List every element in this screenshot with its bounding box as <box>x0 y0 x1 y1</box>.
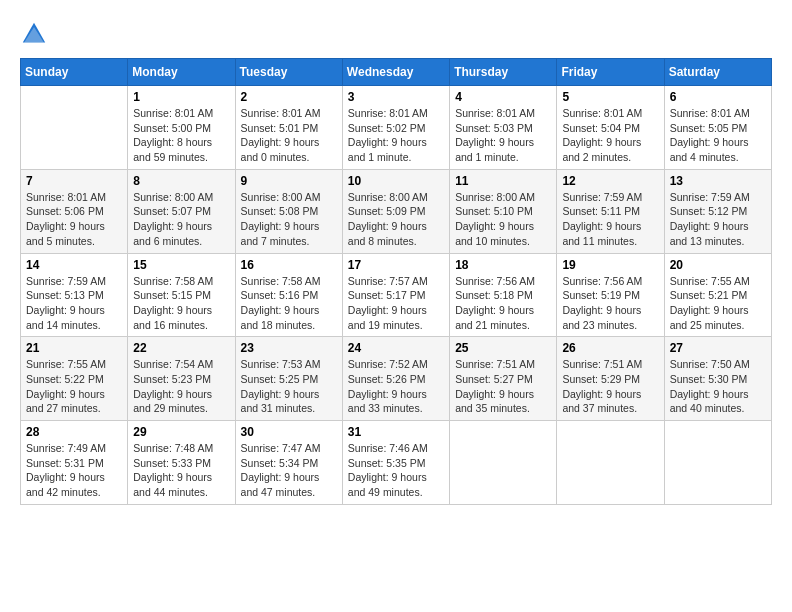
day-info: Sunrise: 8:01 AM Sunset: 5:02 PM Dayligh… <box>348 106 444 165</box>
day-info: Sunrise: 7:48 AM Sunset: 5:33 PM Dayligh… <box>133 441 229 500</box>
day-number: 27 <box>670 341 766 355</box>
day-number: 30 <box>241 425 337 439</box>
day-number: 31 <box>348 425 444 439</box>
calendar-week-row: 7Sunrise: 8:01 AM Sunset: 5:06 PM Daylig… <box>21 169 772 253</box>
calendar-cell: 22Sunrise: 7:54 AM Sunset: 5:23 PM Dayli… <box>128 337 235 421</box>
day-number: 18 <box>455 258 551 272</box>
calendar-cell: 8Sunrise: 8:00 AM Sunset: 5:07 PM Daylig… <box>128 169 235 253</box>
day-number: 12 <box>562 174 658 188</box>
calendar-cell: 23Sunrise: 7:53 AM Sunset: 5:25 PM Dayli… <box>235 337 342 421</box>
day-info: Sunrise: 8:01 AM Sunset: 5:01 PM Dayligh… <box>241 106 337 165</box>
day-info: Sunrise: 7:55 AM Sunset: 5:21 PM Dayligh… <box>670 274 766 333</box>
calendar-cell <box>21 86 128 170</box>
calendar-cell: 20Sunrise: 7:55 AM Sunset: 5:21 PM Dayli… <box>664 253 771 337</box>
calendar-cell: 18Sunrise: 7:56 AM Sunset: 5:18 PM Dayli… <box>450 253 557 337</box>
weekday-header: Saturday <box>664 59 771 86</box>
day-number: 28 <box>26 425 122 439</box>
weekday-header: Wednesday <box>342 59 449 86</box>
day-info: Sunrise: 7:51 AM Sunset: 5:29 PM Dayligh… <box>562 357 658 416</box>
calendar-cell: 19Sunrise: 7:56 AM Sunset: 5:19 PM Dayli… <box>557 253 664 337</box>
day-number: 13 <box>670 174 766 188</box>
day-number: 29 <box>133 425 229 439</box>
day-info: Sunrise: 7:54 AM Sunset: 5:23 PM Dayligh… <box>133 357 229 416</box>
day-info: Sunrise: 7:58 AM Sunset: 5:15 PM Dayligh… <box>133 274 229 333</box>
day-number: 23 <box>241 341 337 355</box>
day-number: 7 <box>26 174 122 188</box>
day-info: Sunrise: 7:49 AM Sunset: 5:31 PM Dayligh… <box>26 441 122 500</box>
calendar-cell: 6Sunrise: 8:01 AM Sunset: 5:05 PM Daylig… <box>664 86 771 170</box>
logo-icon <box>20 20 48 48</box>
day-info: Sunrise: 8:00 AM Sunset: 5:07 PM Dayligh… <box>133 190 229 249</box>
logo <box>20 20 52 48</box>
calendar-cell: 27Sunrise: 7:50 AM Sunset: 5:30 PM Dayli… <box>664 337 771 421</box>
calendar-cell: 4Sunrise: 8:01 AM Sunset: 5:03 PM Daylig… <box>450 86 557 170</box>
day-info: Sunrise: 7:55 AM Sunset: 5:22 PM Dayligh… <box>26 357 122 416</box>
calendar-cell: 16Sunrise: 7:58 AM Sunset: 5:16 PM Dayli… <box>235 253 342 337</box>
calendar-cell: 5Sunrise: 8:01 AM Sunset: 5:04 PM Daylig… <box>557 86 664 170</box>
page-header <box>20 20 772 48</box>
calendar-cell: 25Sunrise: 7:51 AM Sunset: 5:27 PM Dayli… <box>450 337 557 421</box>
calendar-cell <box>664 421 771 505</box>
calendar-header-row: SundayMondayTuesdayWednesdayThursdayFrid… <box>21 59 772 86</box>
calendar-cell: 30Sunrise: 7:47 AM Sunset: 5:34 PM Dayli… <box>235 421 342 505</box>
day-info: Sunrise: 7:59 AM Sunset: 5:13 PM Dayligh… <box>26 274 122 333</box>
calendar-week-row: 14Sunrise: 7:59 AM Sunset: 5:13 PM Dayli… <box>21 253 772 337</box>
calendar-cell: 12Sunrise: 7:59 AM Sunset: 5:11 PM Dayli… <box>557 169 664 253</box>
day-info: Sunrise: 7:57 AM Sunset: 5:17 PM Dayligh… <box>348 274 444 333</box>
day-info: Sunrise: 7:51 AM Sunset: 5:27 PM Dayligh… <box>455 357 551 416</box>
day-number: 14 <box>26 258 122 272</box>
day-number: 25 <box>455 341 551 355</box>
calendar-week-row: 21Sunrise: 7:55 AM Sunset: 5:22 PM Dayli… <box>21 337 772 421</box>
day-number: 3 <box>348 90 444 104</box>
calendar-cell: 24Sunrise: 7:52 AM Sunset: 5:26 PM Dayli… <box>342 337 449 421</box>
day-info: Sunrise: 7:56 AM Sunset: 5:18 PM Dayligh… <box>455 274 551 333</box>
day-number: 1 <box>133 90 229 104</box>
day-number: 8 <box>133 174 229 188</box>
day-info: Sunrise: 7:53 AM Sunset: 5:25 PM Dayligh… <box>241 357 337 416</box>
day-info: Sunrise: 7:59 AM Sunset: 5:11 PM Dayligh… <box>562 190 658 249</box>
day-number: 17 <box>348 258 444 272</box>
calendar-cell: 13Sunrise: 7:59 AM Sunset: 5:12 PM Dayli… <box>664 169 771 253</box>
day-number: 22 <box>133 341 229 355</box>
day-info: Sunrise: 8:01 AM Sunset: 5:04 PM Dayligh… <box>562 106 658 165</box>
day-info: Sunrise: 8:01 AM Sunset: 5:05 PM Dayligh… <box>670 106 766 165</box>
day-info: Sunrise: 8:00 AM Sunset: 5:10 PM Dayligh… <box>455 190 551 249</box>
calendar-cell: 26Sunrise: 7:51 AM Sunset: 5:29 PM Dayli… <box>557 337 664 421</box>
calendar-cell: 10Sunrise: 8:00 AM Sunset: 5:09 PM Dayli… <box>342 169 449 253</box>
calendar-cell: 17Sunrise: 7:57 AM Sunset: 5:17 PM Dayli… <box>342 253 449 337</box>
day-info: Sunrise: 8:01 AM Sunset: 5:03 PM Dayligh… <box>455 106 551 165</box>
calendar-cell <box>557 421 664 505</box>
calendar-cell: 7Sunrise: 8:01 AM Sunset: 5:06 PM Daylig… <box>21 169 128 253</box>
day-number: 16 <box>241 258 337 272</box>
day-number: 4 <box>455 90 551 104</box>
calendar-cell: 15Sunrise: 7:58 AM Sunset: 5:15 PM Dayli… <box>128 253 235 337</box>
day-info: Sunrise: 7:47 AM Sunset: 5:34 PM Dayligh… <box>241 441 337 500</box>
day-number: 21 <box>26 341 122 355</box>
calendar-cell: 11Sunrise: 8:00 AM Sunset: 5:10 PM Dayli… <box>450 169 557 253</box>
day-info: Sunrise: 7:46 AM Sunset: 5:35 PM Dayligh… <box>348 441 444 500</box>
calendar-table: SundayMondayTuesdayWednesdayThursdayFrid… <box>20 58 772 505</box>
day-number: 26 <box>562 341 658 355</box>
day-info: Sunrise: 8:00 AM Sunset: 5:09 PM Dayligh… <box>348 190 444 249</box>
weekday-header: Sunday <box>21 59 128 86</box>
day-info: Sunrise: 7:50 AM Sunset: 5:30 PM Dayligh… <box>670 357 766 416</box>
day-number: 11 <box>455 174 551 188</box>
weekday-header: Tuesday <box>235 59 342 86</box>
day-number: 15 <box>133 258 229 272</box>
calendar-cell: 14Sunrise: 7:59 AM Sunset: 5:13 PM Dayli… <box>21 253 128 337</box>
calendar-cell: 21Sunrise: 7:55 AM Sunset: 5:22 PM Dayli… <box>21 337 128 421</box>
day-number: 2 <box>241 90 337 104</box>
day-number: 5 <box>562 90 658 104</box>
day-number: 24 <box>348 341 444 355</box>
calendar-cell: 9Sunrise: 8:00 AM Sunset: 5:08 PM Daylig… <box>235 169 342 253</box>
day-info: Sunrise: 7:52 AM Sunset: 5:26 PM Dayligh… <box>348 357 444 416</box>
calendar-cell: 28Sunrise: 7:49 AM Sunset: 5:31 PM Dayli… <box>21 421 128 505</box>
day-info: Sunrise: 7:56 AM Sunset: 5:19 PM Dayligh… <box>562 274 658 333</box>
calendar-cell: 1Sunrise: 8:01 AM Sunset: 5:00 PM Daylig… <box>128 86 235 170</box>
day-number: 6 <box>670 90 766 104</box>
weekday-header: Monday <box>128 59 235 86</box>
calendar-cell <box>450 421 557 505</box>
calendar-cell: 29Sunrise: 7:48 AM Sunset: 5:33 PM Dayli… <box>128 421 235 505</box>
calendar-cell: 31Sunrise: 7:46 AM Sunset: 5:35 PM Dayli… <box>342 421 449 505</box>
svg-marker-1 <box>24 27 44 42</box>
